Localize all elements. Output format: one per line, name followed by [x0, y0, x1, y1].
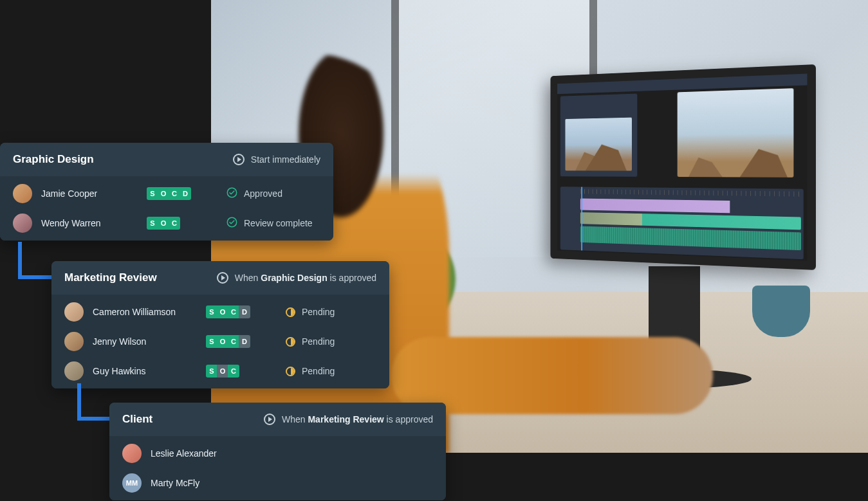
card-body: Jamie Cooper SOCD Approved Wendy Warren …: [0, 176, 333, 241]
perm-chip-s[interactable]: S: [206, 305, 217, 318]
avatar: [13, 214, 32, 233]
connector-line: [18, 242, 57, 279]
status: Pending: [286, 307, 335, 317]
card-title: Marketing Review: [64, 271, 157, 284]
play-icon: [264, 414, 275, 425]
perm-chip-c[interactable]: C: [169, 187, 180, 200]
avatar: [122, 444, 142, 463]
permission-chips: SOCD: [147, 187, 217, 200]
perm-chip-c[interactable]: C: [228, 305, 239, 318]
reviewer-row[interactable]: Guy Hawkins SOC Pending: [51, 356, 389, 386]
perm-chip-o[interactable]: O: [217, 305, 228, 318]
reviewer-name: Jenny Wilson: [93, 336, 197, 347]
check-icon: [226, 217, 237, 230]
workflow-card-graphic-design[interactable]: Graphic Design Start immediately Jamie C…: [0, 143, 333, 241]
reviewer-row[interactable]: Jenny Wilson SOCD Pending: [51, 327, 389, 356]
coffee-mug: [752, 286, 810, 337]
reviewer-row[interactable]: Leslie Alexander: [109, 439, 446, 468]
trigger-text: Start immediately: [251, 154, 320, 165]
status: Approved: [226, 187, 282, 200]
card-title: Graphic Design: [13, 153, 94, 166]
permission-chips: SOCD: [206, 335, 277, 348]
perm-chip-c[interactable]: C: [228, 365, 239, 378]
perm-chip-d[interactable]: D: [239, 335, 250, 348]
card-header: Marketing Review When Graphic Design is …: [51, 261, 389, 295]
perm-chip-d[interactable]: D: [239, 305, 250, 318]
perm-chip-c[interactable]: C: [228, 335, 239, 348]
workflow-card-client[interactable]: Client When Marketing Review is approved…: [109, 403, 446, 500]
reviewer-name: Wendy Warren: [41, 218, 138, 228]
permission-chips: SOC: [147, 217, 217, 230]
perm-chip-o[interactable]: O: [158, 187, 169, 200]
status-text: Pending: [302, 336, 335, 347]
workflow-card-marketing-review[interactable]: Marketing Review When Graphic Design is …: [51, 261, 389, 388]
card-header: Client When Marketing Review is approved: [109, 403, 446, 436]
permission-chips: SOCD: [206, 305, 277, 318]
timeline-track-audio2: [580, 226, 801, 251]
reviewer-name: Cameron Williamson: [93, 307, 197, 317]
perm-chip-o[interactable]: O: [158, 217, 169, 230]
monitor-screen: [550, 64, 816, 270]
editor-thumbnail: [565, 118, 632, 171]
card-trigger: Start immediately: [233, 154, 320, 165]
reviewer-row[interactable]: MM Marty McFly: [109, 468, 446, 498]
avatar: [64, 361, 84, 381]
card-trigger: When Graphic Design is approved: [217, 272, 376, 284]
playhead: [581, 187, 582, 251]
reviewer-name: Jamie Cooper: [41, 188, 138, 199]
card-title: Client: [122, 413, 152, 426]
perm-chip-s[interactable]: S: [206, 365, 217, 378]
card-trigger: When Marketing Review is approved: [264, 414, 433, 425]
editor-source-panel: [560, 94, 638, 177]
card-body: Cameron Williamson SOCD Pending Jenny Wi…: [51, 295, 389, 388]
status: Pending: [286, 336, 335, 347]
avatar: MM: [122, 473, 142, 493]
card-header: Graphic Design Start immediately: [0, 143, 333, 176]
pending-icon: [286, 337, 295, 347]
avatar: [64, 332, 84, 351]
perm-chip-s[interactable]: S: [147, 217, 158, 230]
pending-icon: [286, 367, 295, 376]
check-icon: [226, 187, 237, 200]
reviewer-row[interactable]: Cameron Williamson SOCD Pending: [51, 297, 389, 327]
reviewer-name: Guy Hawkins: [93, 366, 197, 376]
editor-timeline: [560, 187, 804, 259]
trigger-text: When Marketing Review is approved: [282, 414, 433, 424]
timeline-track-video: [580, 199, 801, 215]
play-icon: [233, 154, 245, 165]
perm-chip-c[interactable]: C: [169, 217, 180, 230]
avatar: [13, 184, 32, 203]
avatar: [64, 302, 84, 322]
status-text: Pending: [302, 307, 335, 317]
perm-chip-s[interactable]: S: [147, 187, 158, 200]
pending-icon: [286, 307, 295, 317]
perm-chip-d[interactable]: D: [180, 187, 191, 200]
status: Pending: [286, 366, 335, 376]
connector-line: [77, 383, 113, 421]
editor-preview: [678, 88, 794, 178]
reviewer-row[interactable]: Wendy Warren SOC Review complete: [0, 208, 333, 238]
status-text: Pending: [302, 366, 335, 376]
reviewer-row[interactable]: Jamie Cooper SOCD Approved: [0, 179, 333, 208]
status-text: Approved: [244, 188, 282, 199]
play-icon: [217, 272, 228, 284]
reviewer-name: Marty McFly: [151, 478, 433, 488]
status: Review complete: [226, 217, 313, 230]
status-text: Review complete: [244, 218, 313, 228]
perm-chip-o[interactable]: O: [217, 335, 228, 348]
trigger-text: When Graphic Design is approved: [235, 273, 376, 283]
perm-chip-o[interactable]: O: [217, 365, 228, 378]
permission-chips: SOC: [206, 365, 277, 378]
perm-chip-s[interactable]: S: [206, 335, 217, 348]
reviewer-name: Leslie Alexander: [151, 448, 433, 459]
card-body: Leslie Alexander MM Marty McFly: [109, 436, 446, 500]
